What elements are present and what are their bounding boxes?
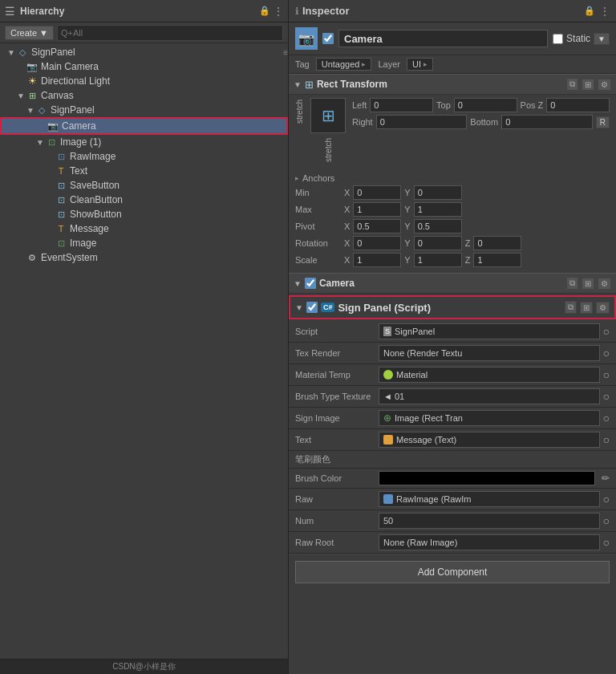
sign-image-circle-btn[interactable]: ○ bbox=[603, 412, 610, 424]
script-expand-btn[interactable]: ⊞ bbox=[580, 302, 593, 314]
tree-item-main-camera[interactable]: 📷 Main Camera bbox=[0, 59, 288, 74]
pivot-y-input[interactable] bbox=[414, 219, 462, 233]
tree-item-image1[interactable]: ▼ ⊡ Image (1) bbox=[0, 135, 288, 149]
tree-item-canvas[interactable]: ▼ ⊞ Canvas bbox=[0, 88, 288, 103]
material-temp-circle-btn[interactable]: ○ bbox=[603, 368, 610, 381]
tree-item-image[interactable]: ⊡ Image bbox=[0, 236, 288, 250]
material-temp-value[interactable]: Material bbox=[379, 367, 600, 383]
num-circle-btn[interactable]: ○ bbox=[603, 514, 610, 527]
num-value[interactable]: 50 bbox=[379, 513, 600, 529]
rect-expand-icon[interactable]: ⊞ bbox=[582, 79, 594, 91]
object-top-bar: 📷 Static ▼ bbox=[289, 22, 616, 55]
tree-item-showbutton[interactable]: ⊡ ShowButton bbox=[0, 207, 288, 221]
raw-root-label: Raw Root bbox=[295, 538, 375, 547]
text-label: Text bbox=[70, 165, 87, 177]
tag-dropdown[interactable]: Untagged ▸ bbox=[316, 58, 372, 71]
rot-z-input[interactable] bbox=[473, 236, 521, 250]
tree-item-directional-light[interactable]: ☀ Directional Light bbox=[0, 74, 288, 88]
tree-item-camera[interactable]: 📷 Camera bbox=[0, 117, 288, 135]
tree-item-text[interactable]: T Text bbox=[0, 164, 288, 178]
raw-root-circle-btn[interactable]: ○ bbox=[603, 536, 610, 549]
camera-obj-icon: 📷 bbox=[298, 31, 314, 47]
script-copy-btn[interactable]: ⧉ bbox=[565, 301, 577, 314]
tree-item-cleanbutton[interactable]: ⊡ CleanButton bbox=[0, 193, 288, 207]
object-name-input[interactable] bbox=[338, 30, 548, 47]
inspector-lock-icon[interactable]: 🔒 bbox=[584, 6, 595, 16]
eyedropper-icon[interactable]: ✏ bbox=[602, 473, 610, 484]
camera-enabled-checkbox[interactable] bbox=[305, 278, 316, 289]
rot-y-input[interactable] bbox=[414, 236, 462, 250]
tex-render-value[interactable]: None (Render Textu bbox=[379, 345, 600, 361]
lock-icon[interactable]: 🔒 bbox=[259, 6, 270, 16]
script-section-header[interactable]: ▼ C# Sign Panel (Script) ⧉ ⊞ ⚙ bbox=[289, 295, 616, 319]
create-button[interactable]: Create ▼ bbox=[5, 26, 54, 40]
scale-y-input[interactable] bbox=[414, 253, 462, 267]
prop-row-script: Script S SignPanel ○ bbox=[289, 321, 616, 343]
rawimage-prop-icon bbox=[383, 494, 393, 504]
inspector-menu-icon[interactable]: ⋮ bbox=[600, 6, 610, 17]
max-y-input[interactable] bbox=[414, 202, 462, 217]
tree-item-eventsystem[interactable]: ⚙ EventSystem bbox=[0, 250, 288, 265]
posz-input[interactable] bbox=[546, 98, 610, 112]
static-dropdown-btn[interactable]: ▼ bbox=[594, 33, 610, 45]
camera-section-header[interactable]: ▼ Camera ⧉ ⊞ ⚙ bbox=[289, 273, 616, 294]
tex-render-circle-btn[interactable]: ○ bbox=[603, 347, 610, 359]
canvas-arrow-icon: ▼ bbox=[16, 91, 26, 100]
add-component-button[interactable]: Add Component bbox=[295, 561, 610, 583]
rect-transform-icon: ⊞ bbox=[305, 79, 314, 91]
camera-expand-btn[interactable]: ⊞ bbox=[582, 278, 594, 290]
pivot-x-input[interactable] bbox=[353, 219, 401, 233]
camera-section-title: Camera bbox=[319, 278, 355, 289]
brush-type-texture-label: Brush Type Texture bbox=[295, 392, 375, 401]
text-prop-value[interactable]: Message (Text) bbox=[379, 432, 600, 448]
script-settings-btn[interactable]: ⚙ bbox=[596, 302, 610, 314]
raw-root-value[interactable]: None (Raw Image) bbox=[379, 534, 600, 550]
r-button[interactable]: R bbox=[596, 116, 610, 128]
layer-dropdown[interactable]: UI ▸ bbox=[407, 58, 433, 71]
rot-x-input[interactable] bbox=[353, 236, 401, 250]
text-circle-btn[interactable]: ○ bbox=[603, 433, 610, 446]
object-enabled-checkbox[interactable] bbox=[322, 33, 334, 44]
script-prop-value[interactable]: S SignPanel bbox=[379, 323, 600, 339]
camera-tree-icon: 📷 bbox=[47, 120, 59, 132]
signpanel-child-icon: ◇ bbox=[35, 104, 48, 116]
left-input[interactable] bbox=[370, 98, 433, 112]
brush-color-swatch[interactable] bbox=[379, 471, 595, 485]
brush-texture-circle-btn[interactable]: ○ bbox=[603, 390, 610, 403]
scale-x-input[interactable] bbox=[353, 253, 401, 267]
scale-z-input[interactable] bbox=[473, 253, 521, 267]
menu-icon[interactable]: ⋮ bbox=[274, 6, 283, 17]
sign-image-value[interactable]: ⊕ Image (Rect Tran bbox=[379, 410, 600, 426]
bottom-input[interactable] bbox=[501, 115, 593, 129]
tree-item-rawimage[interactable]: ⊡ RawImage bbox=[0, 149, 288, 164]
scale-z-label: Z bbox=[465, 255, 471, 265]
script-circle-btn[interactable]: ○ bbox=[603, 325, 610, 338]
camera-settings-btn[interactable]: ⚙ bbox=[598, 278, 611, 290]
top-input[interactable] bbox=[454, 98, 517, 112]
static-checkbox[interactable] bbox=[553, 34, 563, 44]
rect-settings-icon[interactable]: ⚙ bbox=[598, 79, 611, 91]
pivot-xy-group: X Y bbox=[344, 219, 610, 233]
hierarchy-menu-icon[interactable]: ≡ bbox=[283, 48, 288, 57]
raw-circle-btn[interactable]: ○ bbox=[603, 493, 610, 506]
rect-transform-section-header[interactable]: ▼ ⊞ Rect Transform ⧉ ⊞ ⚙ bbox=[289, 74, 616, 95]
min-y-input[interactable] bbox=[414, 185, 462, 200]
tree-item-savebutton[interactable]: ⊡ SaveButton bbox=[0, 178, 288, 193]
raw-value[interactable]: RawImage (RawIm bbox=[379, 491, 600, 507]
right-input[interactable] bbox=[376, 115, 468, 129]
min-x-input[interactable] bbox=[353, 185, 401, 200]
camera-copy-btn[interactable]: ⧉ bbox=[566, 277, 578, 290]
rect-transform-actions: ⧉ ⊞ ⚙ bbox=[566, 78, 611, 91]
script-enabled-checkbox[interactable] bbox=[306, 302, 318, 313]
tree-item-signpanel-child[interactable]: ▼ ◇ SignPanel bbox=[0, 103, 288, 117]
script-section-actions: ⧉ ⊞ ⚙ bbox=[565, 301, 610, 314]
max-x-input[interactable] bbox=[353, 202, 401, 217]
min-xy-group: X Y bbox=[344, 185, 610, 200]
rect-copy-icon[interactable]: ⧉ bbox=[566, 78, 578, 91]
rect-transform-title: Rect Transform bbox=[317, 79, 387, 90]
brush-type-texture-value[interactable]: ◄ 01 bbox=[379, 388, 600, 404]
tree-item-message[interactable]: T Message bbox=[0, 221, 288, 236]
tree-item-signpanel[interactable]: ▼ ◇ SignPanel ≡ bbox=[0, 45, 288, 59]
hierarchy-search-input[interactable] bbox=[57, 25, 283, 41]
material-circle-icon bbox=[383, 370, 393, 380]
